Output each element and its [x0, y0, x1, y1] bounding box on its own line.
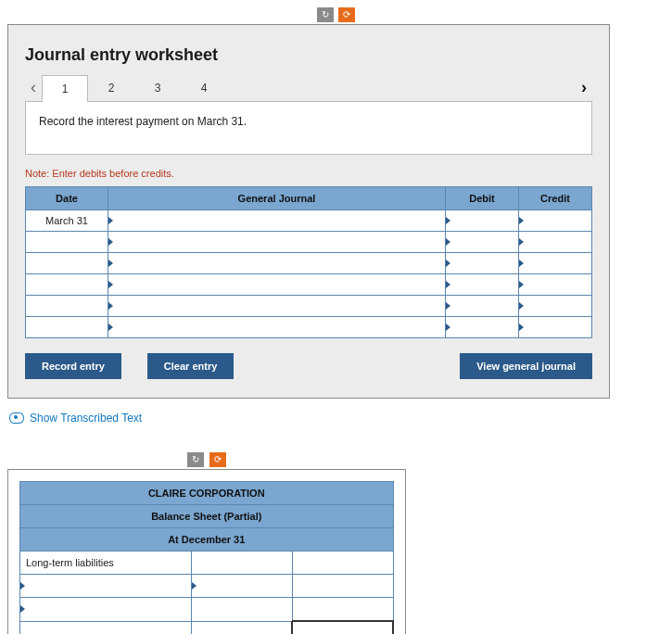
date-cell[interactable]: [26, 317, 108, 338]
button-row: Record entry Clear entry View general jo…: [25, 353, 592, 379]
gj-cell[interactable]: [108, 296, 446, 317]
col-debit-header: Debit: [446, 187, 519, 210]
tab-prev-button[interactable]: ‹: [25, 78, 42, 97]
journal-table: Date General Journal Debit Credit March …: [25, 186, 592, 338]
table-row: [26, 253, 592, 274]
table-row: [20, 621, 394, 634]
balance-value-cell[interactable]: [192, 598, 293, 622]
balance-header-company: CLAIRE CORPORATION: [20, 482, 394, 505]
credit-cell[interactable]: [519, 232, 592, 253]
credit-cell[interactable]: [519, 296, 592, 317]
view-general-journal-button[interactable]: View general journal: [460, 353, 592, 379]
date-cell[interactable]: [26, 253, 108, 274]
show-transcribed-text-link[interactable]: Show Transcribed Text: [9, 412, 142, 425]
journal-worksheet-panel: Journal entry worksheet ‹ 1 2 3 4 › Reco…: [7, 24, 610, 399]
tab-2[interactable]: 2: [88, 74, 134, 101]
page-title: Journal entry worksheet: [25, 45, 592, 65]
table-row: [20, 598, 394, 622]
gj-cell[interactable]: [108, 232, 446, 253]
debit-cell[interactable]: [446, 253, 519, 274]
tab-row: ‹ 1 2 3 4 ›: [25, 74, 592, 101]
table-row: [26, 296, 592, 317]
show-transcribed-text-label: Show Transcribed Text: [30, 412, 142, 425]
refresh-icon[interactable]: ↻: [317, 7, 334, 22]
table-row: March 31: [26, 210, 592, 232]
date-cell[interactable]: [26, 296, 108, 317]
table-row: [26, 317, 592, 338]
balance-value-cell[interactable]: [192, 552, 293, 575]
balance-value-cell[interactable]: [192, 621, 293, 634]
balance-value-cell[interactable]: [292, 575, 393, 598]
date-cell[interactable]: [26, 274, 108, 296]
tab-3[interactable]: 3: [134, 74, 181, 101]
reload-icon[interactable]: ⟳: [209, 452, 226, 467]
balance-value-cell[interactable]: [292, 552, 393, 575]
credit-cell[interactable]: [519, 317, 592, 338]
date-cell[interactable]: [26, 232, 108, 253]
col-credit-header: Credit: [519, 187, 592, 210]
balance-label-cell[interactable]: [20, 621, 192, 634]
table-row: Long-term liabilities: [20, 552, 394, 575]
gj-cell[interactable]: [108, 210, 446, 232]
tab-next-button[interactable]: ›: [576, 78, 592, 97]
debit-cell[interactable]: [446, 232, 519, 253]
record-entry-button[interactable]: Record entry: [25, 353, 121, 379]
credit-cell[interactable]: [519, 210, 592, 232]
credit-cell[interactable]: [519, 274, 592, 296]
tab-4[interactable]: 4: [181, 74, 227, 101]
gj-cell[interactable]: [108, 317, 446, 338]
debit-cell[interactable]: [446, 274, 519, 296]
prompt-text: Record the interest payment on March 31.: [39, 115, 247, 128]
balance-header-title: Balance Sheet (Partial): [20, 505, 394, 528]
col-date-header: Date: [26, 187, 108, 210]
balance-sheet-panel: CLAIRE CORPORATION Balance Sheet (Partia…: [7, 469, 406, 634]
reload-icon[interactable]: ⟳: [338, 7, 355, 22]
balance-label-cell[interactable]: Long-term liabilities: [20, 552, 192, 575]
debits-before-credits-note: Note: Enter debits before credits.: [25, 168, 592, 179]
debit-cell[interactable]: [446, 210, 519, 232]
balance-label-cell[interactable]: [20, 575, 192, 598]
balance-header-date: At December 31: [20, 528, 394, 552]
clear-entry-button[interactable]: Clear entry: [147, 353, 234, 379]
eye-icon: [9, 412, 24, 424]
debit-cell[interactable]: [446, 317, 519, 338]
table-row: [26, 232, 592, 253]
balance-label-cell[interactable]: [20, 598, 192, 622]
tab-1[interactable]: 1: [42, 75, 88, 102]
table-row: [26, 274, 592, 296]
date-cell[interactable]: March 31: [26, 210, 108, 232]
col-gj-header: General Journal: [108, 187, 446, 210]
balance-value-cell[interactable]: [192, 575, 293, 598]
balance-table: CLAIRE CORPORATION Balance Sheet (Partia…: [19, 481, 394, 634]
gj-cell[interactable]: [108, 274, 446, 296]
balance-total-cell[interactable]: [292, 621, 393, 634]
balance-value-cell[interactable]: [292, 598, 393, 622]
table-row: [20, 575, 394, 598]
debit-cell[interactable]: [446, 296, 519, 317]
credit-cell[interactable]: [519, 253, 592, 274]
gj-cell[interactable]: [108, 253, 446, 274]
refresh-icon[interactable]: ↻: [187, 452, 204, 467]
prompt-box: Record the interest payment on March 31.: [25, 101, 592, 155]
